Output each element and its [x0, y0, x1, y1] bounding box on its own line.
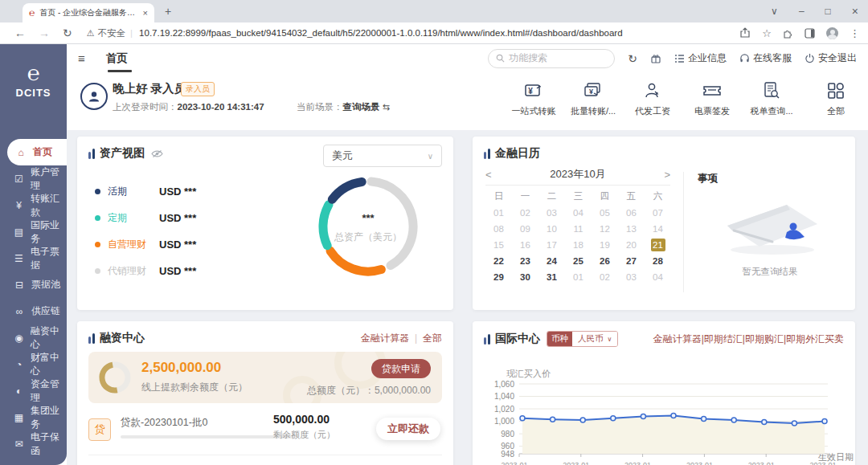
currency-type-selector[interactable]: 币种 人民币∨	[547, 331, 618, 347]
calendar-day[interactable]: 20	[618, 237, 645, 253]
online-service-label: 在线客服	[753, 51, 792, 65]
reload-icon[interactable]: ↻	[63, 27, 72, 39]
calendar-day[interactable]: 30	[512, 269, 538, 285]
bookmark-star-icon[interactable]: ☆	[762, 27, 772, 39]
repay-now-button[interactable]: 立即还款	[376, 418, 440, 440]
calendar-day[interactable]: 03	[538, 205, 565, 221]
calendar-day-selected[interactable]: 21	[645, 237, 671, 253]
calendar-day[interactable]: 02	[592, 269, 618, 285]
calendar-day[interactable]: 16	[512, 237, 538, 253]
calendar-day[interactable]: 27	[618, 253, 645, 269]
sidebar-item-2[interactable]: ¥转账汇款	[0, 192, 67, 218]
total-assets-value: ***	[312, 212, 424, 224]
sidebar-item-3[interactable]: ▤国际业务	[0, 218, 67, 245]
tab-close-icon[interactable]: ×	[143, 8, 148, 18]
logout-button[interactable]: 安全退出	[805, 51, 857, 65]
gift-icon[interactable]	[650, 53, 661, 64]
sidebar-item-11[interactable]: ✉电子保函	[0, 430, 67, 457]
calendar-day[interactable]: 04	[565, 205, 592, 221]
side-panel-icon[interactable]	[805, 28, 815, 39]
browser-menu-dots-icon[interactable]: ⋮	[850, 27, 860, 39]
window-menu-chevron-icon[interactable]: ∨	[771, 6, 778, 17]
calendar-day[interactable]: 01	[485, 205, 512, 221]
sidebar-item-5[interactable]: ⊟票据池	[0, 271, 67, 298]
quick-action-tax-query[interactable]: 税单查询...	[746, 79, 797, 117]
calendar-day[interactable]: 04	[645, 269, 671, 285]
omnibox[interactable]: ⚠ 不安全 | 10.7.19.22:8999/fpaas_bucket/941…	[87, 27, 732, 39]
calendar-day[interactable]: 06	[618, 205, 645, 221]
share-icon[interactable]	[739, 27, 751, 39]
svg-text:2023-01-…: 2023-01-…	[624, 461, 661, 465]
window-minimize-icon[interactable]: –	[799, 6, 805, 17]
currency-select[interactable]: 美元 ∨	[323, 145, 442, 167]
loan-apply-button[interactable]: 贷款申请	[371, 359, 431, 378]
calendar-card-title: 金融日历	[495, 146, 540, 161]
international-link-1[interactable]: 即期结汇	[704, 332, 743, 346]
online-service-button[interactable]: 在线客服	[739, 51, 792, 65]
sidebar-item-7[interactable]: ◉融资中心	[0, 324, 67, 351]
function-search-input[interactable]: 功能搜索	[488, 49, 615, 68]
calendar-prev-icon[interactable]: <	[485, 169, 502, 181]
quick-action-batch-transfer[interactable]: ¥ 批量转账/...	[567, 79, 619, 117]
browser-profile-avatar[interactable]	[826, 27, 838, 39]
calendar-day[interactable]: 07	[645, 205, 671, 221]
sidebar-item-10[interactable]: ▦集团业务	[0, 404, 67, 430]
calendar-day[interactable]: 26	[592, 253, 618, 269]
calendar-day[interactable]: 25	[565, 253, 592, 269]
switch-scene-icon[interactable]: ⇆	[383, 102, 390, 112]
enterprise-info-button[interactable]: 企业信息	[674, 51, 727, 65]
calendar-day[interactable]: 31	[538, 269, 565, 285]
new-tab-button[interactable]: +	[165, 5, 171, 18]
omnibox-divider: |	[130, 28, 133, 38]
calendar-day[interactable]: 28	[645, 253, 671, 269]
calendar-day[interactable]: 29	[485, 269, 512, 285]
calendar-day[interactable]: 11	[565, 221, 592, 237]
toggle-amount-visibility-icon[interactable]	[151, 149, 163, 158]
forward-icon[interactable]: →	[39, 27, 50, 39]
sidebar-item-0[interactable]: ⌂首页	[7, 139, 67, 165]
calendar-day[interactable]: 03	[618, 269, 645, 285]
sidebar-item-6[interactable]: ∞供应链	[0, 298, 67, 324]
quick-action-all[interactable]: 全部	[810, 79, 862, 117]
refresh-icon[interactable]: ↻	[628, 52, 637, 65]
calendar-day[interactable]: 14	[645, 221, 671, 237]
calendar-day[interactable]: 08	[485, 221, 512, 237]
calendar-day[interactable]: 01	[565, 269, 592, 285]
events-panel: 事项 暂无查询结果	[698, 172, 842, 278]
extensions-puzzle-icon[interactable]	[783, 28, 793, 39]
sidebar-item-4[interactable]: ☰电子票据	[0, 245, 67, 271]
calendar-day[interactable]: 12	[592, 221, 618, 237]
calendar-day[interactable]: 09	[512, 221, 538, 237]
international-link-3[interactable]: 即期外汇买卖	[786, 332, 844, 346]
collapse-menu-icon[interactable]: ≡	[78, 51, 85, 65]
sidebar-item-9[interactable]: ◐资金管理	[0, 377, 67, 404]
currency-select-value: 美元	[332, 149, 353, 163]
calendar-day[interactable]: 19	[592, 237, 618, 253]
tab-home[interactable]: 首页	[106, 44, 128, 72]
calendar-day[interactable]: 13	[618, 221, 645, 237]
financing-link-1[interactable]: 全部	[423, 332, 442, 345]
browser-tab[interactable]: ℮ 首页 - 企业综合金融服务平台 ×	[23, 3, 154, 22]
calendar-day[interactable]: 18	[565, 237, 592, 253]
calendar-day[interactable]: 22	[485, 253, 512, 269]
sidebar-item-8[interactable]: ◔财富中心	[0, 351, 67, 377]
international-link-0[interactable]: 金融计算器	[653, 332, 702, 346]
calendar-next-icon[interactable]: >	[654, 169, 670, 181]
quick-action-eticket-issue[interactable]: 电票签发	[686, 79, 738, 117]
calendar-day[interactable]: 15	[485, 237, 512, 253]
calendar-day[interactable]: 24	[538, 253, 565, 269]
calendar-day[interactable]: 02	[512, 205, 538, 221]
window-close-icon[interactable]: ×	[852, 5, 858, 18]
quick-action-one-stop-transfer[interactable]: ¥ 一站式转账	[508, 79, 559, 117]
calendar-day[interactable]: 17	[538, 237, 565, 253]
quick-action-salary[interactable]: 代发工资	[627, 79, 678, 117]
back-icon[interactable]: ←	[14, 27, 26, 39]
financing-link-0[interactable]: 金融计算器	[361, 332, 409, 345]
sidebar-item-1[interactable]: ☑账户管理	[0, 165, 67, 192]
international-link-2[interactable]: 即期购汇	[745, 332, 784, 346]
calendar-day[interactable]: 10	[538, 221, 565, 237]
window-maximize-icon[interactable]: □	[825, 6, 831, 17]
calendar-day[interactable]: 23	[512, 253, 538, 269]
legend-dot	[95, 189, 100, 194]
calendar-day[interactable]: 05	[592, 205, 618, 221]
